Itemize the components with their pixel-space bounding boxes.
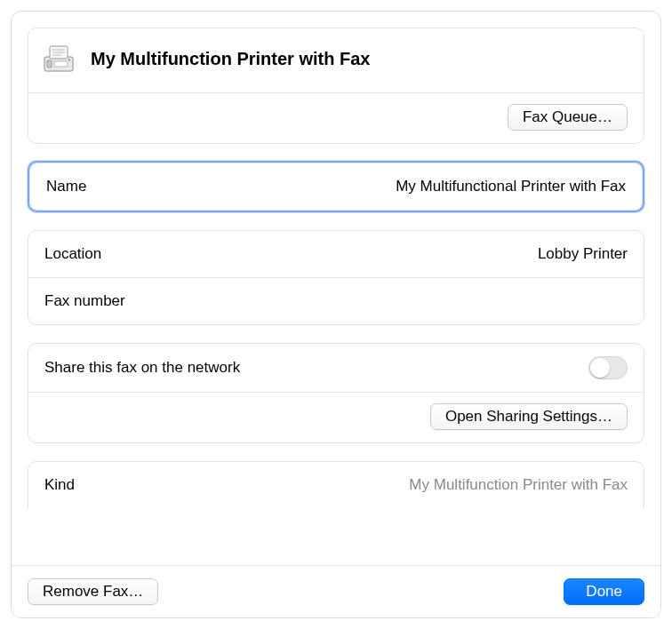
panel-title: My Multifunction Printer with Fax: [91, 49, 370, 69]
share-toggle[interactable]: [588, 356, 628, 379]
name-value[interactable]: My Multifunctional Printer with Fax: [396, 178, 626, 195]
kind-group: Kind My Multifunction Printer with Fax: [28, 461, 644, 508]
fax-queue-row: Fax Queue…: [28, 93, 644, 143]
fax-number-label: Fax number: [44, 292, 125, 310]
share-toggle-row: Share this fax on the network: [28, 344, 644, 392]
sharing-settings-row: Open Sharing Settings…: [28, 393, 644, 442]
location-label: Location: [44, 245, 101, 263]
sharing-group: Share this fax on the network Open Shari…: [28, 343, 644, 443]
content-area: My Multifunction Printer with Fax Fax Qu…: [12, 12, 660, 565]
kind-row: Kind My Multifunction Printer with Fax: [28, 462, 644, 508]
fax-number-row[interactable]: Fax number: [28, 278, 644, 324]
svg-rect-5: [47, 60, 52, 68]
fax-queue-button[interactable]: Fax Queue…: [508, 104, 628, 131]
location-fax-group: Location Lobby Printer Fax number: [28, 230, 644, 325]
svg-point-7: [68, 59, 70, 60]
name-group[interactable]: Name My Multifunctional Printer with Fax: [28, 161, 644, 212]
kind-label: Kind: [44, 476, 75, 494]
footer: Remove Fax… Done: [12, 565, 660, 617]
name-row[interactable]: Name My Multifunctional Printer with Fax: [30, 163, 642, 210]
fax-settings-panel: My Multifunction Printer with Fax Fax Qu…: [11, 11, 661, 618]
header-row: My Multifunction Printer with Fax: [28, 28, 644, 92]
location-row[interactable]: Location Lobby Printer: [28, 231, 644, 277]
location-value[interactable]: Lobby Printer: [538, 245, 628, 263]
remove-fax-button[interactable]: Remove Fax…: [28, 578, 158, 605]
name-label: Name: [46, 178, 86, 195]
done-button[interactable]: Done: [564, 578, 644, 605]
svg-rect-6: [54, 61, 68, 67]
header-group: My Multifunction Printer with Fax Fax Qu…: [28, 28, 644, 144]
open-sharing-settings-button[interactable]: Open Sharing Settings…: [430, 403, 628, 430]
kind-value: My Multifunction Printer with Fax: [409, 476, 628, 494]
fax-machine-icon: [39, 41, 78, 76]
share-label: Share this fax on the network: [44, 359, 240, 377]
